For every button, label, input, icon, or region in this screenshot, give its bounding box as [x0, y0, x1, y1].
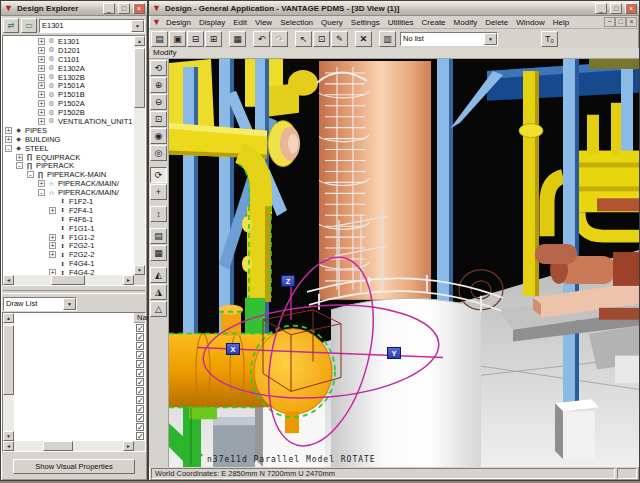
select-button[interactable]: ↖ [295, 31, 312, 47]
delete-button[interactable]: ✕ [355, 31, 372, 47]
tree-item[interactable]: I F4G4-1 [49, 259, 134, 268]
view-centre-button[interactable]: ◉ [150, 128, 167, 144]
tree-expander[interactable]: + [49, 234, 56, 241]
scroll-down-icon[interactable]: ▼ [134, 265, 145, 275]
visibility-checkbox[interactable]: ✓ [136, 423, 144, 431]
visibility-checkbox[interactable]: ✓ [136, 369, 144, 377]
iso-view-1-button[interactable]: ◭ [150, 267, 167, 283]
tree-item[interactable]: + ⚙ D1201 [38, 46, 134, 55]
clip-far-button[interactable]: ▦ [150, 245, 167, 261]
measure-button[interactable]: ✎ [331, 31, 348, 47]
visibility-checkbox[interactable]: ✓ [136, 387, 144, 395]
elevation-button[interactable]: ↕ [150, 206, 167, 222]
draw-list-item[interactable]: ✓ ∟ 100-B-1-B2 [134, 422, 145, 431]
tree-vertical-scrollbar[interactable]: ▲ ▼ [134, 36, 145, 275]
tree-item[interactable]: I F1G1-1 [49, 224, 134, 233]
visibility-checkbox[interactable]: ✓ [136, 360, 144, 368]
draw-list-vertical-scrollbar[interactable]: ▲ ▼ [3, 313, 14, 441]
tree-item[interactable]: + I F4G4-2 [49, 268, 134, 275]
mdi-restore-button[interactable]: □ [615, 17, 626, 27]
tree-item[interactable]: + ⚙ E1302A [38, 64, 134, 73]
visibility-checkbox[interactable]: ✓ [136, 342, 144, 350]
tree-expander[interactable]: + [38, 91, 45, 98]
gizmo-axis-y-handle[interactable]: Y [387, 347, 401, 359]
pan-view-button[interactable]: + [150, 184, 167, 200]
scroll-left-icon[interactable]: ◄ [3, 275, 14, 285]
tree-item[interactable]: + I F2F4-1 [49, 206, 134, 215]
copy-image-button[interactable]: ▦ [229, 31, 246, 47]
tree-item[interactable]: + I F1G1-2 [49, 233, 134, 242]
tree-expander[interactable]: + [38, 82, 45, 89]
tree-item[interactable]: + ◆ PIPES [5, 126, 134, 135]
visibility-checkbox[interactable]: ✓ [136, 378, 144, 386]
menu-item[interactable]: Query [317, 18, 347, 27]
menu-item[interactable]: Delete [481, 18, 512, 27]
tree-expander[interactable]: + [38, 180, 45, 187]
tree-expander[interactable]: + [49, 242, 56, 249]
draw-list-item[interactable]: ✓ ⚙ C1101 [134, 341, 145, 350]
redo-button[interactable]: ↷ [271, 31, 288, 47]
zoom-in-button[interactable]: ⊕ [150, 77, 167, 93]
menu-item[interactable]: Modify [450, 18, 482, 27]
scroll-down-icon[interactable]: ▼ [3, 431, 14, 441]
visibility-checkbox[interactable]: ✓ [136, 432, 144, 440]
undo-button[interactable]: ↶ [253, 31, 270, 47]
tree-expander[interactable]: - [16, 162, 23, 169]
tree-expander[interactable]: + [38, 118, 45, 125]
clip-near-button[interactable]: ▤ [150, 228, 167, 244]
tree-item[interactable]: + I F2G2-2 [49, 250, 134, 259]
menu-item[interactable]: Selection [276, 18, 317, 27]
tree-expander[interactable]: - [38, 189, 45, 196]
draw-list-item[interactable]: ✓ ⚙ E1302B [134, 359, 145, 368]
menu-item[interactable]: Edit [229, 18, 251, 27]
draw-list-item[interactable]: ✓ ⚙ P1501B [134, 377, 145, 386]
draw-list-item[interactable]: ✓ ⚙ P1502A [134, 386, 145, 395]
menu-item[interactable]: Window [512, 18, 548, 27]
scroll-up-icon[interactable]: ▲ [134, 36, 145, 46]
visibility-checkbox[interactable]: ✓ [136, 351, 144, 359]
tree-expander[interactable]: + [38, 65, 45, 72]
maximize-button[interactable]: □ [610, 3, 622, 14]
tree-item[interactable]: + ∩ PIPERACK/MAIN/ [38, 179, 134, 188]
tree-expander[interactable]: + [38, 56, 45, 63]
main-titlebar[interactable]: ▼ Design - General Application - VANTAGE… [149, 1, 639, 16]
tree-expander[interactable]: + [5, 136, 12, 143]
chevron-down-icon[interactable]: ▼ [484, 33, 497, 45]
menu-item[interactable]: Design [162, 18, 195, 27]
element-name-combobox[interactable]: E1301 ▼ [39, 19, 145, 33]
menu-item[interactable]: View [251, 18, 276, 27]
explorer-minimize-button[interactable]: _ [103, 3, 115, 14]
tree-expander[interactable]: + [16, 154, 23, 161]
visibility-checkbox[interactable]: ✓ [136, 405, 144, 413]
visibility-checkbox[interactable]: ✓ [136, 396, 144, 404]
draw-list-combobox[interactable]: Draw List ▼ [3, 297, 77, 311]
draw-list-item[interactable]: ✓ ∟ 100-B-1-B1 [134, 413, 145, 422]
iso-view-2-button[interactable]: ◮ [150, 284, 167, 300]
tree-expander[interactable]: - [27, 171, 34, 178]
3d-viewport[interactable]: X Y Z n37e11d Parallel Model ROTATE [169, 59, 639, 467]
tree-item[interactable]: + ⚙ P1502A [38, 99, 134, 108]
chevron-down-icon[interactable]: ▼ [63, 298, 76, 310]
show-visual-properties-button[interactable]: Show Visual Properties [13, 459, 135, 474]
draw-list-item[interactable]: ✓ ⚙ D1201 [134, 332, 145, 341]
draw-list-item[interactable]: ✓ ⚙ P1501A [134, 368, 145, 377]
iso-view-3-button[interactable]: △ [150, 301, 167, 317]
tree-expander[interactable]: + [49, 251, 56, 258]
tree-expander[interactable]: + [5, 127, 12, 134]
refresh-button[interactable]: ⇄ [3, 18, 19, 33]
look-at-button[interactable]: ◎ [150, 145, 167, 161]
draw-list-selector-combobox[interactable]: No list ▼ [400, 32, 498, 46]
refresh-view-button[interactable]: ⟲ [150, 60, 167, 76]
db-listing-button[interactable]: ▤ [151, 31, 168, 47]
navigate-button[interactable]: ▭ [21, 18, 37, 33]
zoom-out-button[interactable]: ⊖ [150, 94, 167, 110]
modify-element-button[interactable]: ⊡ [313, 31, 330, 47]
minimize-button[interactable]: _ [595, 3, 607, 14]
tree-item[interactable]: - ∩ PIPERACK/MAIN/ [38, 188, 134, 197]
scroll-right-icon[interactable]: ► [123, 275, 134, 285]
save-view-button[interactable]: ⊟ [187, 31, 204, 47]
tree-expander[interactable]: + [38, 109, 45, 116]
explorer-close-button[interactable]: × [133, 3, 145, 14]
tree-item[interactable]: - ◆ STEEL [5, 144, 134, 153]
tree-item[interactable]: + ⚙ VENTILATION_UNIT1 [38, 117, 134, 126]
